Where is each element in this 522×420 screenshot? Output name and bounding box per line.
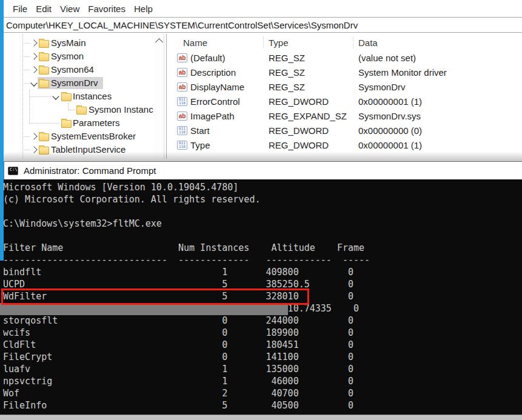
value-data: 0x00000000 (0) — [358, 125, 422, 136]
menu-edit[interactable]: Edit — [36, 4, 52, 14]
filter-row-storqosflt: storqosflt 0 244000 0 — [3, 315, 370, 327]
value-row-type[interactable]: 011110 Type REG_DWORD 0x00000001 (1) — [170, 138, 522, 153]
value-type: REG_EXPAND_SZ — [269, 111, 347, 121]
reg-dword-icon: 011110 — [177, 141, 187, 150]
tree-scrollbar[interactable] — [153, 34, 164, 159]
tree-item-tabletinputservice[interactable]: TabletInputService — [4, 143, 153, 156]
folder-icon — [76, 107, 87, 115]
menu-view[interactable]: View — [60, 4, 79, 14]
reg-sz-icon: ab — [177, 53, 187, 62]
console-line — [3, 205, 370, 218]
tree-item-sysmon64[interactable]: Sysmon64 — [4, 63, 153, 76]
pane-divider — [164, 34, 164, 159]
tree-item-label: SysMain — [51, 38, 86, 48]
registry-tree-pane[interactable]: SysMain Sysmon Sysmon64 SysmonDrv — [4, 34, 153, 159]
reg-dword-icon: 011110 — [177, 126, 187, 135]
console-line: (c) Microsoft Corporation. All rights re… — [3, 193, 370, 205]
filter-row-bindflt: bindflt 1 409800 0 — [3, 266, 370, 278]
tree-item-sysmondrv[interactable]: SysmonDrv — [4, 76, 153, 90]
value-data: 0x00000001 (1) — [358, 140, 422, 150]
column-header-type[interactable]: Type — [269, 38, 289, 48]
cmd-icon: C:\ — [8, 167, 18, 175]
filter-table-header: Filter Name Num Instances Altitude Frame — [3, 242, 370, 254]
console-line — [3, 230, 370, 242]
reg-sz-icon: ab — [177, 82, 187, 92]
value-data: System Monitor driver — [358, 67, 447, 78]
chevron-right-icon[interactable] — [30, 133, 37, 139]
address-bar[interactable]: Computer\HKEY_LOCAL_MACHINE\SYSTEM\Curre… — [4, 17, 522, 33]
column-separator[interactable] — [263, 36, 264, 48]
filter-row-npsvctrig: npsvctrig 1 46000 0 — [3, 375, 370, 387]
value-data: (value not set) — [358, 53, 416, 63]
chevron-right-icon[interactable] — [30, 146, 37, 153]
value-row-description[interactable]: ab Description REG_SZ System Monitor dri… — [170, 65, 522, 80]
tree-item-label: Sysmon — [51, 51, 84, 62]
tree-item-label: Parameters — [73, 118, 120, 128]
folder-icon — [39, 67, 49, 75]
filter-row-luafv: luafv 1 135000 0 — [3, 363, 370, 375]
value-row-imagepath[interactable]: ab ImagePath REG_EXPAND_SZ SysmonDrv.sys — [170, 109, 522, 124]
registry-values-pane[interactable]: Name Type Data ab (Default) REG_SZ (valu… — [170, 34, 522, 159]
filter-row-filecrypt: FileCrypt 0 141100 0 — [3, 351, 370, 363]
value-row-start[interactable]: 011110 Start REG_DWORD 0x00000000 (0) — [170, 124, 522, 138]
registry-editor-window: File Edit View Favorites Help Computer\H… — [4, 0, 522, 159]
column-separator[interactable] — [353, 36, 353, 48]
folder-icon — [39, 40, 49, 48]
menu-file[interactable]: File — [13, 4, 27, 14]
tree-item-tapisrv-partial[interactable]: TapiSrv — [4, 156, 153, 159]
filter-row-cldflt: CldFlt 0 180451 0 — [3, 339, 370, 351]
tree-item-sysmon-instances[interactable]: Sysmon Instances — [4, 103, 153, 116]
value-name: Description — [190, 67, 236, 78]
dword-icon-row: 110 — [178, 145, 187, 148]
scrollbar-up-arrow-icon[interactable] — [155, 38, 163, 46]
red-highlight-box — [1, 288, 309, 305]
value-type: REG_DWORD — [269, 140, 329, 150]
column-header-name[interactable]: Name — [183, 38, 207, 48]
filter-row-wcifs: wcifs 0 189900 0 — [3, 327, 370, 339]
tree-item-label: TabletInputService — [51, 144, 125, 155]
filter-table-divider: ------------------------------ ---------… — [3, 254, 370, 266]
value-type: REG_SZ — [269, 67, 305, 78]
value-row-errorcontrol[interactable]: 011110 ErrorControl REG_DWORD 0x00000001… — [170, 95, 522, 109]
tree-item-sysmon[interactable]: Sysmon — [4, 50, 153, 63]
menu-help[interactable]: Help — [134, 4, 153, 14]
value-name: ErrorControl — [190, 96, 240, 107]
filter-row-fileinfo: FileInfo 5 40500 0 — [3, 399, 370, 412]
folder-icon — [39, 53, 49, 61]
command-prompt-console[interactable]: Microsoft Windows [Version 10.0.19045.47… — [0, 179, 522, 415]
value-data: SysmonDrv.sys — [358, 111, 421, 121]
value-row-default[interactable]: ab (Default) REG_SZ (value not set) — [170, 51, 522, 65]
value-type: REG_DWORD — [269, 96, 329, 107]
tree-item-sysmain[interactable]: SysMain — [4, 36, 153, 50]
tree-item-instances[interactable]: Instances — [4, 90, 153, 103]
desktop-screenshot: Microsoft Windows [Version 10.0.19045.47… — [0, 0, 522, 420]
chevron-down-icon[interactable] — [52, 93, 59, 99]
chevron-right-icon[interactable] — [30, 53, 37, 59]
window-title: Administrator: Command Prompt — [24, 165, 156, 176]
value-name: Start — [190, 125, 210, 136]
folder-icon — [39, 133, 49, 141]
tree-item-label: TapiSrv — [51, 158, 81, 159]
tree-item-systemeventsbroker[interactable]: SystemEventsBroker — [4, 130, 153, 143]
tree-item-label: Sysmon Instances — [89, 104, 153, 115]
chevron-down-icon[interactable] — [30, 79, 37, 86]
reg-sz-icon: ab — [177, 68, 187, 77]
column-header-data[interactable]: Data — [358, 38, 378, 48]
reg-dword-icon: 011110 — [177, 97, 187, 106]
value-row-displayname[interactable]: ab DisplayName REG_SZ SysmonDrv — [170, 80, 522, 95]
dword-icon-row: 110 — [178, 130, 187, 134]
registry-path: Computer\HKEY_LOCAL_MACHINE\SYSTEM\Curre… — [6, 20, 358, 30]
console-line-prompt: C:\Windows\system32>fltMC.exe — [3, 218, 370, 230]
reg-sz-icon: ab — [177, 112, 187, 121]
bottom-edge-strip — [0, 415, 522, 420]
chevron-right-icon[interactable] — [30, 66, 37, 73]
tree-item-label: Instances — [73, 91, 112, 102]
menu-favorites[interactable]: Favorites — [88, 4, 125, 14]
tree-item-label: Sysmon64 — [51, 64, 94, 75]
pane-divider[interactable] — [166, 34, 167, 159]
chevron-right-icon[interactable] — [30, 39, 37, 46]
folder-icon — [39, 147, 49, 155]
menu-bar: File Edit View Favorites Help — [4, 0, 522, 17]
tree-item-parameters[interactable]: Parameters — [4, 116, 153, 130]
command-prompt-title-bar[interactable]: C:\ Administrator: Command Prompt — [4, 161, 522, 179]
